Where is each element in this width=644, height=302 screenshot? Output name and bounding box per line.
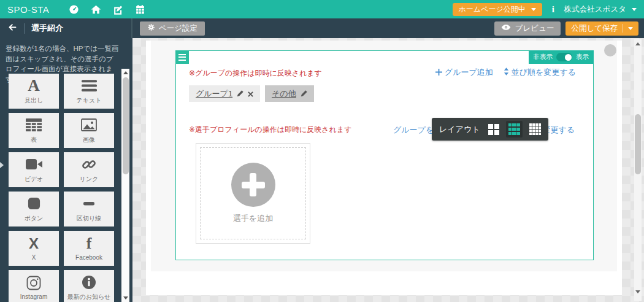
add-group-link[interactable]: グループ追加 bbox=[435, 67, 493, 78]
scroll-down-icon[interactable] bbox=[123, 296, 128, 300]
widget-sidebar: 登録数が1名の場合、HPでは一覧画面はスキップされ、その選手のプロフィール画面が… bbox=[0, 38, 132, 302]
add-player-card[interactable]: 選手を追加 bbox=[196, 143, 310, 244]
widget-tile-link[interactable]: リンク bbox=[64, 152, 114, 187]
hide-label: 非表示 bbox=[534, 53, 553, 61]
x-logo-icon: X bbox=[29, 236, 39, 252]
scroll-up-icon[interactable] bbox=[635, 42, 640, 45]
widget-tile-instagram[interactable]: Instagram bbox=[9, 270, 59, 302]
group-tabs: グループ1 その他 bbox=[189, 85, 314, 102]
layout-popover: レイアウト bbox=[432, 118, 548, 141]
page-header: 選手紹介 bbox=[0, 18, 132, 38]
news-info-icon bbox=[82, 274, 96, 290]
publish-save-button[interactable]: 公開して保存 bbox=[565, 21, 638, 36]
link-icon bbox=[82, 157, 96, 172]
sort-arrows-icon bbox=[504, 68, 509, 77]
app-window: SPO-STA ホームページ公開中 i 株式会社スポスタ 選手紹介 bbox=[0, 0, 644, 302]
player-intro-block: 非表示 表示 ※グループの操作は即時に反映されます グループ追加 並び順を変更す… bbox=[175, 50, 594, 260]
pencil-icon[interactable] bbox=[301, 88, 307, 99]
video-icon bbox=[26, 157, 42, 172]
widget-tile-x[interactable]: X X bbox=[9, 231, 59, 266]
divider-line-icon bbox=[82, 196, 96, 212]
page-title: 選手紹介 bbox=[31, 23, 63, 34]
layout-popover-title: レイアウト bbox=[439, 124, 480, 135]
info-icon[interactable]: i bbox=[552, 4, 554, 15]
layout-option-3x3-selected[interactable] bbox=[506, 121, 523, 137]
chevron-down-icon bbox=[628, 27, 633, 30]
widget-tile-text[interactable]: テキスト bbox=[64, 74, 114, 109]
chevron-down-icon bbox=[531, 8, 536, 11]
account-name: 株式会社スポスタ bbox=[564, 4, 626, 15]
scroll-down-icon[interactable] bbox=[635, 290, 640, 293]
block-drag-handle[interactable] bbox=[175, 50, 189, 64]
sidebar-scrollbar[interactable] bbox=[121, 69, 129, 302]
close-icon[interactable] bbox=[248, 88, 253, 99]
chevron-down-icon bbox=[632, 8, 637, 11]
layout-option-2x2-icon[interactable] bbox=[488, 124, 499, 135]
widget-tile-facebook[interactable]: f Facebook bbox=[64, 231, 114, 266]
sidebar-collapse-handle[interactable] bbox=[0, 158, 6, 172]
page-settings-button[interactable]: ページ設定 bbox=[140, 21, 205, 36]
group-note: ※グループの操作は即時に反映されます bbox=[189, 68, 322, 79]
gear-icon bbox=[147, 23, 155, 33]
page-canvas: 非表示 表示 ※グループの操作は即時に反映されます グループ追加 並び順を変更す… bbox=[146, 41, 622, 295]
visibility-toggle[interactable] bbox=[556, 53, 572, 61]
scrollbar-thumb[interactable] bbox=[635, 114, 641, 174]
widget-tile-divider[interactable]: 区切り線 bbox=[64, 192, 114, 226]
image-icon bbox=[81, 117, 97, 133]
calendar-icon[interactable] bbox=[135, 4, 145, 15]
widget-tiles: A 見出し テキスト 表 画像 ビデオ リンク bbox=[9, 74, 114, 302]
topbar-nav bbox=[69, 4, 145, 15]
tab-group1[interactable]: グループ1 bbox=[189, 85, 260, 102]
layout-option-4x4-icon[interactable] bbox=[529, 123, 541, 135]
scroll-up-icon[interactable] bbox=[123, 71, 128, 74]
topbar: SPO-STA ホームページ公開中 i 株式会社スポスタ bbox=[0, 0, 644, 18]
chevron-right-icon bbox=[0, 162, 4, 168]
publish-status-button[interactable]: ホームページ公開中 bbox=[453, 3, 542, 16]
sort-groups-link[interactable]: 並び順を変更する bbox=[504, 67, 576, 78]
canvas-circle-button[interactable] bbox=[604, 44, 616, 56]
edit-icon[interactable] bbox=[113, 4, 123, 15]
table-icon bbox=[26, 117, 42, 133]
group-actions: グループ追加 並び順を変更する bbox=[435, 67, 576, 78]
tab-other[interactable]: その他 bbox=[265, 85, 314, 102]
dashboard-gauge-icon[interactable] bbox=[69, 4, 79, 15]
main-scrollbar[interactable] bbox=[634, 39, 642, 301]
widget-tile-image[interactable]: 画像 bbox=[64, 113, 114, 148]
home-icon[interactable] bbox=[91, 4, 101, 15]
player-note: ※選手プロフィールの操作は即時に反映されます bbox=[189, 125, 351, 135]
add-player-label: 選手を追加 bbox=[233, 213, 273, 224]
facebook-icon: f bbox=[86, 236, 92, 252]
instagram-icon bbox=[26, 275, 41, 291]
widget-tile-news[interactable]: 最新のお知らせ bbox=[64, 270, 114, 302]
widget-tile-video[interactable]: ビデオ bbox=[9, 152, 59, 187]
account-menu[interactable]: 株式会社スポスタ bbox=[564, 4, 637, 15]
topbar-right: ホームページ公開中 i 株式会社スポスタ bbox=[453, 3, 637, 16]
app-logo: SPO-STA bbox=[7, 4, 49, 15]
toolbar-actions: プレビュー 公開して保存 bbox=[494, 21, 644, 36]
editor-workspace: 非表示 表示 ※グループの操作は即時に反映されます グループ追加 並び順を変更す… bbox=[132, 38, 644, 302]
pencil-icon[interactable] bbox=[237, 88, 243, 99]
preview-button[interactable]: プレビュー bbox=[494, 21, 561, 36]
show-label: 表示 bbox=[576, 53, 589, 61]
plus-icon bbox=[435, 68, 442, 77]
widget-tile-heading[interactable]: A 見出し bbox=[9, 74, 59, 109]
divider bbox=[24, 23, 25, 34]
widget-tile-table[interactable]: 表 bbox=[9, 113, 59, 148]
page-section: 非表示 表示 ※グループの操作は即時に反映されます グループ追加 並び順を変更す… bbox=[151, 41, 617, 271]
visibility-badge: 非表示 表示 bbox=[529, 50, 594, 64]
toggle-knob bbox=[565, 54, 572, 61]
widget-tile-button[interactable]: ボタン bbox=[9, 192, 59, 226]
back-button[interactable] bbox=[8, 23, 17, 34]
divider bbox=[623, 24, 623, 33]
heading-icon: A bbox=[28, 78, 40, 94]
add-plus-icon bbox=[231, 163, 275, 207]
add-player-dropzone: 選手を追加 bbox=[200, 147, 306, 239]
scrollbar-thumb[interactable] bbox=[123, 77, 129, 174]
button-shape-icon bbox=[27, 196, 41, 212]
eye-icon bbox=[501, 24, 511, 33]
grid-3x3-icon bbox=[508, 123, 520, 135]
text-lines-icon bbox=[82, 78, 97, 94]
editor-toolbar: 選手紹介 ページ設定 プレビュー 公開して保存 bbox=[0, 18, 644, 38]
